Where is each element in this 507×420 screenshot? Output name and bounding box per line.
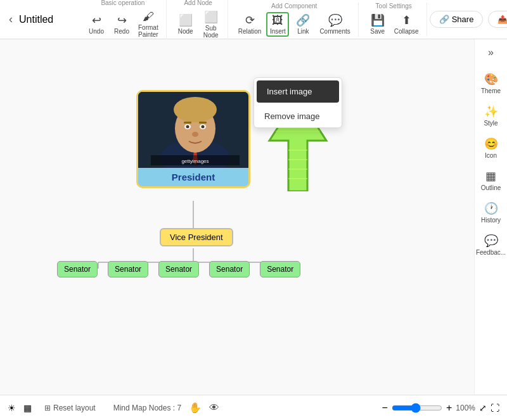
svg-rect-18 <box>184 122 191 124</box>
eye-icon: 👁 <box>209 402 219 414</box>
format-painter-button[interactable]: 🖌 Format Painter <box>136 9 161 39</box>
link-button[interactable]: 🔗 Link <box>292 12 314 36</box>
zoom-out-button[interactable]: − <box>382 402 388 414</box>
vice-president-node[interactable]: Vice President <box>160 228 233 246</box>
add-node-section: Add Node ⬜ Node ⬜ Sub Node <box>169 0 228 40</box>
outline-icon: ▦ <box>485 169 496 183</box>
zoom-slider[interactable] <box>392 403 442 413</box>
president-node[interactable]: gettyimages President <box>136 90 250 188</box>
fit-screen-button[interactable]: ⤢ <box>479 403 487 413</box>
add-component-label: Add Component <box>271 3 317 10</box>
undo-button[interactable]: ↩ Undo <box>85 12 108 36</box>
relation-icon: ⟳ <box>245 13 255 27</box>
grid-icon-button[interactable]: ▦ <box>23 403 32 413</box>
relation-button[interactable]: ⟳ Relation <box>236 12 264 36</box>
canvas-area[interactable]: gettyimages President Vice President Sen… <box>0 39 507 394</box>
insert-button[interactable]: 🖼 Insert <box>266 12 289 37</box>
senator-node-4[interactable]: Senator <box>209 261 250 277</box>
basic-operation-label: Basic operation <box>101 0 144 6</box>
share-button[interactable]: 🔗 Share <box>430 11 484 28</box>
icon-icon: 😊 <box>484 137 498 151</box>
president-label: President <box>138 168 248 186</box>
right-sidebar: » 🎨 Theme ✨ Style 😊 Icon ▦ Outline 🕐 His… <box>474 39 507 394</box>
svg-text:gettyimages: gettyimages <box>181 158 209 164</box>
senator-node-2[interactable]: Senator <box>108 261 148 277</box>
fullscreen-button[interactable]: ⛶ <box>491 403 499 413</box>
svg-point-20 <box>192 132 198 137</box>
tool-settings-label: Tool Settings <box>376 3 412 10</box>
senator-node-5[interactable]: Senator <box>260 261 300 277</box>
sidebar-item-outline[interactable]: ▦ Outline <box>476 165 506 195</box>
redo-button[interactable]: ↪ Redo <box>110 12 133 36</box>
history-icon: 🕐 <box>484 201 498 215</box>
senator-row: Senator Senator Senator Senator Senator <box>57 261 300 277</box>
document-title: Untitled <box>19 14 70 25</box>
senator-node-3[interactable]: Senator <box>158 261 199 277</box>
hand-icon: ✋ <box>189 402 202 414</box>
sidebar-item-theme[interactable]: 🎨 Theme <box>476 68 506 98</box>
zoom-in-button[interactable]: + <box>446 402 452 414</box>
svg-rect-19 <box>199 122 207 124</box>
svg-point-17 <box>202 125 205 129</box>
toolbar: ‹ Untitled Basic operation ↩ Undo ↪ Redo… <box>0 0 507 39</box>
redo-icon: ↪ <box>117 13 127 27</box>
sub-node-icon: ⬜ <box>204 10 218 24</box>
collapse-icon: ⬆ <box>402 13 411 27</box>
format-painter-icon: 🖌 <box>143 10 154 23</box>
sun-icon-button[interactable]: ☀ <box>8 403 16 413</box>
back-button[interactable]: ‹ <box>5 10 16 29</box>
sidebar-item-history[interactable]: 🕐 History <box>476 198 506 227</box>
save-icon: 💾 <box>371 13 385 27</box>
export-button[interactable]: 📤 Export <box>488 11 507 28</box>
feedback-icon: 💬 <box>484 234 498 248</box>
add-node-label: Add Node <box>184 0 212 6</box>
insert-dropdown: Insert image Remove image <box>254 77 342 128</box>
zoom-controls: − + 100% ⤢ ⛶ <box>382 402 499 414</box>
reset-layout-area[interactable]: ⊞ Reset layout <box>44 404 96 412</box>
svg-point-16 <box>186 125 189 129</box>
undo-icon: ↩ <box>92 13 101 27</box>
layout-icon: ⊞ <box>44 404 51 412</box>
style-icon: ✨ <box>484 105 498 118</box>
basic-operation-section: Basic operation ↩ Undo ↪ Redo 🖌 Format P… <box>80 0 167 39</box>
sidebar-item-feedback[interactable]: 💬 Feedbac... <box>476 230 506 260</box>
nodes-info: Mind Map Nodes : 7 <box>113 404 181 412</box>
sub-node-button[interactable]: ⬜ Sub Node <box>200 9 222 40</box>
node-button[interactable]: ⬜ Node <box>174 12 197 36</box>
comments-button[interactable]: 💬 Comments <box>317 12 352 36</box>
save-button[interactable]: 💾 Save <box>366 12 389 36</box>
insert-icon: 🖼 <box>272 14 283 27</box>
statusbar: ☀ ▦ ⊞ Reset layout Mind Map Nodes : 7 ✋ … <box>0 395 507 420</box>
sidebar-collapse-button[interactable]: » <box>485 44 496 61</box>
sidebar-item-style[interactable]: ✨ Style <box>476 101 506 130</box>
tool-settings-section: Tool Settings 💾 Save ⬆ Collapse <box>361 3 427 36</box>
share-icon: 🔗 <box>439 15 449 24</box>
toolbar-right: 🔗 Share 📤 Export <box>430 11 507 28</box>
sidebar-item-icon[interactable]: 😊 Icon <box>476 133 506 163</box>
president-image: gettyimages <box>138 92 248 168</box>
theme-icon: 🎨 <box>484 72 498 86</box>
export-icon: 📤 <box>497 15 507 24</box>
insert-image-option[interactable]: Insert image <box>257 80 339 103</box>
collapse-button[interactable]: ⬆ Collapse <box>392 12 421 36</box>
node-icon: ⬜ <box>179 13 193 27</box>
add-component-section: Add Component ⟳ Relation 🖼 Insert 🔗 Link… <box>231 3 359 37</box>
svg-point-13 <box>174 97 217 122</box>
remove-image-option[interactable]: Remove image <box>254 105 342 127</box>
comments-icon: 💬 <box>328 13 342 27</box>
link-icon: 🔗 <box>296 13 310 27</box>
senator-node-1[interactable]: Senator <box>57 261 98 277</box>
